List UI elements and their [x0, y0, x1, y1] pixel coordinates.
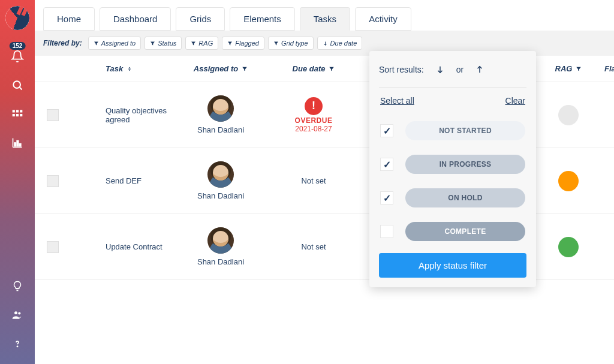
filter-chip-rag[interactable]: RAG	[185, 37, 218, 50]
overdue-label: OVERDUE	[295, 116, 333, 125]
task-name[interactable]: Quality objectives agreed	[71, 106, 173, 124]
task-name[interactable]: Send DEF	[71, 176, 173, 185]
overdue-date: 2021-08-27	[295, 125, 332, 133]
idea-icon[interactable]	[0, 272, 35, 300]
status-option: NOT STARTED	[379, 114, 526, 148]
avatar	[207, 227, 234, 254]
tab-dashboard[interactable]: Dashboard	[100, 7, 171, 31]
tab-tasks[interactable]: Tasks	[300, 7, 350, 31]
grid-icon[interactable]	[0, 100, 35, 128]
main-content: Home Dashboard Grids Elements Tasks Acti…	[35, 0, 614, 364]
chart-icon[interactable]	[0, 128, 35, 157]
sort-label: Sort results:	[379, 65, 424, 74]
avatar	[207, 95, 234, 122]
filter-icon	[242, 66, 248, 72]
svg-rect-2	[13, 110, 15, 112]
svg-rect-6	[16, 114, 19, 116]
tasks-table: Task Assigned to Due date Reminder date …	[35, 56, 614, 364]
tab-activity[interactable]: Activity	[355, 7, 411, 31]
filterbar-label: Filtered by:	[43, 39, 82, 47]
rag-indicator	[558, 237, 579, 257]
svg-rect-7	[20, 114, 22, 116]
svg-point-15	[17, 346, 17, 347]
svg-rect-10	[14, 143, 16, 146]
notifications-badge: 152	[10, 42, 26, 50]
status-pill: IN PROGRESS	[405, 155, 525, 174]
svg-point-13	[14, 311, 17, 314]
filter-chip-assigned[interactable]: Assigned to	[88, 37, 141, 50]
row-checkbox[interactable]	[47, 175, 59, 187]
sidebar: 152	[0, 0, 35, 364]
svg-point-14	[18, 312, 20, 314]
status-option: COMPLETE	[379, 215, 526, 248]
filter-chip-gridtype[interactable]: Grid type	[268, 37, 314, 50]
svg-rect-5	[13, 114, 15, 116]
filter-chip-duedate[interactable]: Due date	[317, 37, 363, 50]
status-pill: ON HOLD	[405, 188, 525, 207]
status-checkbox[interactable]	[380, 191, 393, 204]
col-due[interactable]: Due date	[269, 64, 359, 73]
users-icon[interactable]	[0, 300, 35, 329]
tab-home[interactable]: Home	[43, 7, 95, 31]
apply-status-filter-button[interactable]: Apply status filter	[379, 253, 526, 278]
svg-point-0	[13, 81, 20, 88]
assigned-name: Shan Dadlani	[197, 257, 244, 266]
rag-indicator	[558, 105, 579, 125]
avatar	[207, 161, 234, 188]
svg-line-1	[19, 87, 22, 89]
filter-icon	[329, 66, 335, 72]
filter-chip-flagged[interactable]: Flagged	[222, 37, 264, 50]
status-checkbox[interactable]	[380, 225, 393, 238]
sort-asc-button[interactable]	[472, 61, 487, 79]
overdue-icon: !	[305, 97, 323, 115]
filter-chip-status[interactable]: Status	[145, 37, 182, 50]
sort-icon	[127, 66, 133, 72]
assigned-name: Shan Dadlani	[197, 191, 244, 200]
status-checkbox[interactable]	[380, 158, 393, 171]
col-assigned[interactable]: Assigned to	[173, 64, 269, 73]
app-logo[interactable]	[5, 6, 29, 30]
search-icon[interactable]	[0, 71, 35, 100]
status-option: ON HOLD	[379, 181, 526, 215]
svg-rect-3	[16, 110, 19, 112]
svg-rect-12	[19, 144, 21, 146]
tab-grids[interactable]: Grids	[176, 7, 225, 31]
status-pill: NOT STARTED	[405, 121, 525, 140]
status-pill: COMPLETE	[405, 222, 525, 241]
clear-link[interactable]: Clear	[505, 96, 525, 106]
select-all-link[interactable]: Select all	[380, 96, 414, 106]
sort-or: or	[456, 65, 463, 74]
status-option: IN PROGRESS	[379, 148, 526, 181]
sort-desc-button[interactable]	[432, 61, 448, 79]
filter-icon	[576, 66, 582, 72]
help-icon[interactable]	[0, 329, 35, 358]
col-task[interactable]: Task	[71, 64, 173, 73]
row-checkbox[interactable]	[47, 241, 59, 253]
notifications-icon[interactable]: 152	[0, 42, 35, 71]
svg-rect-11	[17, 141, 19, 146]
assigned-name: Shan Dadlani	[197, 125, 244, 134]
col-rag[interactable]: RAG	[532, 64, 604, 73]
task-name[interactable]: Update Contract	[71, 242, 173, 251]
rag-indicator	[558, 171, 579, 191]
tab-elements[interactable]: Elements	[230, 7, 295, 31]
row-checkbox[interactable]	[47, 109, 59, 121]
due-value: Not set	[301, 176, 326, 185]
status-checkbox[interactable]	[380, 124, 393, 137]
due-value: Not set	[301, 242, 326, 251]
svg-rect-4	[20, 110, 22, 112]
nav-tabs: Home Dashboard Grids Elements Tasks Acti…	[35, 0, 614, 31]
status-filter-popover: Sort results: or Select all Clear NOT ST…	[369, 51, 536, 287]
col-flagged[interactable]: Flagged	[604, 64, 614, 73]
